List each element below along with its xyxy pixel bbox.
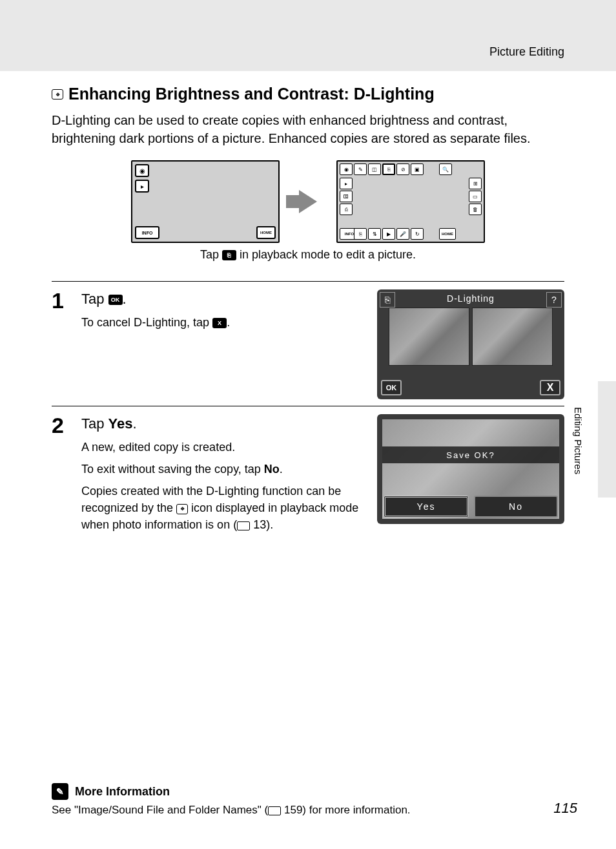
step-head-post: . xyxy=(133,415,137,432)
playback-icon: ▸ xyxy=(135,180,149,193)
page-ref-icon xyxy=(237,521,250,530)
step-illustration: Save OK? Yes No xyxy=(377,414,564,538)
trash-icon: 🗑 xyxy=(469,204,482,215)
dlighting-corner-icon: ⎘ xyxy=(380,292,395,308)
lcd-yes-button[interactable]: Yes xyxy=(384,496,469,518)
step-2: 2 Tap Yes. A new, edited copy is created… xyxy=(52,406,564,538)
more-info-pre: See "Image/Sound File and Folder Names" … xyxy=(52,804,268,816)
step-number: 2 xyxy=(52,414,74,538)
playback-icon: ▸ xyxy=(340,178,353,189)
thumb-icon: ⊞ xyxy=(469,178,482,189)
note-icon: ✎ xyxy=(52,783,68,800)
step-number: 1 xyxy=(52,289,74,399)
step-head-pre: Tap xyxy=(81,415,108,432)
step-text: Copies created with the D-Lighting funct… xyxy=(81,483,359,533)
more-info-ref: 159) for more information. xyxy=(281,804,410,816)
step-text: A new, edited copy is created. xyxy=(81,439,359,456)
playback-screen-after: ◉ ✎ ◫ ⎘ ⊘ ▣ 🔍 ▸ ⚿ ⎙ ⊞ ▭ 🗑 INFO ⎘ xyxy=(336,160,485,243)
dlighting-icon: ⎆ xyxy=(52,89,63,100)
lcd-no-button[interactable]: No xyxy=(474,496,558,518)
side-thumb-tab xyxy=(598,381,616,498)
rotate-icon: ↻ xyxy=(411,228,424,240)
lcd-save-buttons: Yes No xyxy=(384,496,558,518)
page-content: Picture Editing ⎆ Enhancing Brightness a… xyxy=(0,0,616,564)
step-text: To cancel D-Lighting, tap X. xyxy=(81,314,359,331)
step-head-pre: Tap xyxy=(81,291,108,307)
step-head-bold: Yes xyxy=(108,415,133,432)
dlighting-edit-icon: ⎘ xyxy=(382,163,395,175)
play-icon: ▶ xyxy=(382,228,395,240)
page-title-text: Enhancing Brightness and Contrast: D-Lig… xyxy=(68,85,435,103)
step-head-post: . xyxy=(123,291,127,307)
step-body: Tap OK. To cancel D-Lighting, tap X. xyxy=(81,289,369,399)
line-post: . xyxy=(280,463,283,476)
page-ref-icon xyxy=(268,806,281,815)
screens-caption: Tap ⎘ in playback mode to edit a picture… xyxy=(52,248,564,262)
mic-icon: 🎤 xyxy=(396,228,409,240)
side-section-label: Editing Pictures xyxy=(573,407,584,474)
close-button-icon: X xyxy=(212,318,227,328)
print-icon: ⎙ xyxy=(340,204,353,215)
caption-pre: Tap xyxy=(200,248,222,261)
sort-icon: ⇅ xyxy=(368,228,381,240)
intro-paragraph: D-Lighting can be used to create copies … xyxy=(52,111,564,147)
lcd-photo-before xyxy=(389,308,469,366)
line-pre: To cancel D-Lighting, tap xyxy=(81,316,212,329)
lcd-save-prompt: Save OK? xyxy=(382,446,559,463)
key-icon: ⚿ xyxy=(340,191,353,202)
edit-mode-icon: ⎘ xyxy=(222,250,236,260)
playback-screen-before: ◉ ▸ INFO HOME xyxy=(131,160,280,243)
lcd-ok-button[interactable]: OK xyxy=(381,380,402,395)
camera-lcd-save: Save OK? Yes No xyxy=(377,414,564,524)
step-heading: Tap Yes. xyxy=(81,415,369,432)
camera-icon: ◉ xyxy=(135,164,149,177)
home-button-icon: HOME xyxy=(439,228,456,240)
step-text: To exit without saving the copy, tap No. xyxy=(81,461,359,477)
help-icon: ? xyxy=(546,292,562,308)
more-info-heading: ✎ More Information xyxy=(52,783,564,800)
page-number: 115 xyxy=(553,800,577,817)
resize-icon: ▣ xyxy=(411,163,424,175)
copy-icon: ⎘ xyxy=(354,228,367,240)
lcd-cancel-button[interactable]: X xyxy=(540,380,560,395)
camera-icon: ◉ xyxy=(340,163,353,175)
step-heading: Tap OK. xyxy=(81,291,369,308)
page-title: ⎆ Enhancing Brightness and Contrast: D-L… xyxy=(52,85,564,103)
line-ref: 13). xyxy=(250,518,273,531)
before-after-screens: ◉ ▸ INFO HOME ◉ ✎ ◫ ⎘ ⊘ ▣ 🔍 ▸ ⚿ ⎙ xyxy=(52,160,564,243)
more-info-title: More Information xyxy=(75,785,170,799)
more-information-note: ✎ More Information See "Image/Sound File… xyxy=(52,783,564,817)
ok-button-icon: OK xyxy=(108,295,123,305)
arrow-icon xyxy=(299,190,317,213)
section-breadcrumb: Picture Editing xyxy=(52,45,564,59)
camera-lcd-dlighting: ⎘ ? D-Lighting OK X xyxy=(377,289,564,399)
dlighting-badge-icon: ⎆ xyxy=(176,504,188,514)
crop-icon: ◫ xyxy=(368,163,381,175)
lcd-title: D-Lighting xyxy=(377,289,564,308)
lcd-photo-after xyxy=(472,308,553,366)
step-body: Tap Yes. A new, edited copy is created. … xyxy=(81,414,369,538)
more-info-text: See "Image/Sound File and Folder Names" … xyxy=(52,804,564,817)
lcd-preview-pair xyxy=(377,308,564,366)
line-bold: No xyxy=(264,463,280,476)
home-button-icon: HOME xyxy=(256,226,276,239)
zoom-icon: 🔍 xyxy=(439,163,452,175)
screen-icon: ▭ xyxy=(469,191,482,202)
line-post: . xyxy=(227,316,230,329)
filter-icon: ⊘ xyxy=(396,163,409,175)
step-1: 1 Tap OK. To cancel D-Lighting, tap X. ⎘… xyxy=(52,281,564,399)
step-illustration: ⎘ ? D-Lighting OK X xyxy=(377,289,564,399)
pencil-icon: ✎ xyxy=(354,163,367,175)
line-pre: To exit without saving the copy, tap xyxy=(81,463,264,476)
info-button-icon: INFO xyxy=(135,226,159,239)
caption-post: in playback mode to edit a picture. xyxy=(240,248,416,261)
